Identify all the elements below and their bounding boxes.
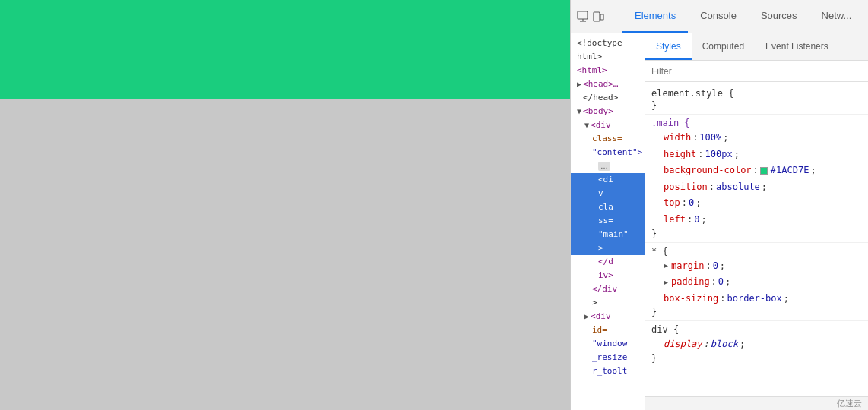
dom-line-html1: html> xyxy=(571,50,645,64)
dom-line-div-close-2: > xyxy=(571,296,645,310)
css-prop-value-box-sizing: border-box xyxy=(727,291,781,308)
devtools-body: <!doctype html> <html> ▶<head>… </head> … xyxy=(571,33,868,410)
css-rules: element.style { } .main { width : 100% ;… xyxy=(645,82,868,396)
css-prop-value-top: 0 xyxy=(689,195,694,212)
css-rule-close-1: } xyxy=(651,100,862,111)
toolbar-tabs: Elements Console Sources Netw... xyxy=(622,0,863,33)
dom-line-id: id= xyxy=(571,323,645,337)
css-prop-value-padding: 0 xyxy=(718,274,724,291)
dom-line-div-main-2[interactable]: v xyxy=(571,187,645,200)
dom-line-body[interactable]: ▼<body> xyxy=(571,105,645,118)
devtools-panel: Elements Console Sources Netw... <!docty… xyxy=(570,0,868,410)
css-rule-element-style: element.style { } xyxy=(645,85,868,115)
tab-sources[interactable]: Sources xyxy=(749,0,809,33)
dom-line-head[interactable]: ▶<head>… xyxy=(571,77,645,91)
dom-line-div-main-1[interactable]: <di xyxy=(571,173,645,187)
subtab-event-listeners[interactable]: Event Listeners xyxy=(755,33,839,60)
css-rule-main: .main { width : 100% ; height : 100px ; xyxy=(645,115,868,243)
css-prop-name-left: left xyxy=(664,212,686,229)
devtools-bottom: 亿速云 xyxy=(645,396,868,410)
css-prop-name-display: display xyxy=(664,336,702,353)
dom-line-class: class= xyxy=(571,132,645,146)
css-prop-name-position: position xyxy=(664,179,708,196)
dom-line-div-main-5[interactable]: "main" xyxy=(571,228,645,241)
filter-input[interactable] xyxy=(651,66,862,77)
preview-pane xyxy=(0,0,570,410)
css-prop-name-bg-color: background-color xyxy=(664,162,752,179)
css-prop-name-padding: padding xyxy=(671,274,710,291)
subtab-styles[interactable]: Styles xyxy=(645,33,692,60)
css-prop-margin: ▶ margin : 0 ; xyxy=(651,258,862,275)
css-selector-element-style: element.style { xyxy=(651,88,862,99)
css-prop-value-height: 100px xyxy=(705,147,733,163)
styles-panel: Styles Computed Event Listeners element.… xyxy=(645,33,868,410)
dom-tree[interactable]: <!doctype html> <html> ▶<head>… </head> … xyxy=(571,33,645,410)
dom-line-class-value: "content"> xyxy=(571,146,645,159)
device-icon[interactable] xyxy=(592,8,604,26)
inspect-icon[interactable] xyxy=(577,8,589,26)
tab-console[interactable]: Console xyxy=(688,0,749,33)
css-prop-width: width : 100% ; xyxy=(651,130,862,147)
css-prop-name-width: width xyxy=(664,130,691,147)
css-selector-div: div { xyxy=(651,324,862,335)
css-prop-display: display : block ; xyxy=(651,336,862,353)
svg-rect-3 xyxy=(594,12,600,21)
css-rule-close-3: } xyxy=(651,307,862,317)
css-prop-name-top: top xyxy=(664,195,680,212)
dom-line-id-value1: "window xyxy=(571,337,645,351)
dom-line-doctype: <!doctype xyxy=(571,36,645,50)
margin-triangle[interactable]: ▶ xyxy=(664,259,668,273)
styles-filter xyxy=(645,61,868,82)
svg-rect-0 xyxy=(578,11,588,19)
dom-line-div-content[interactable]: ▼<div xyxy=(571,118,645,132)
dom-line-div-main-6[interactable]: > xyxy=(571,241,645,255)
css-rule-star: * { ▶ margin : 0 ; ▶ padding : 0 ; xyxy=(645,243,868,322)
css-prop-name-margin: margin xyxy=(671,258,704,275)
css-prop-padding: ▶ padding : 0 ; xyxy=(651,274,862,291)
css-selector-main[interactable]: .main { xyxy=(651,118,862,128)
css-prop-value-display: block xyxy=(711,336,738,353)
dom-line-div-main-4[interactable]: ss= xyxy=(571,214,645,228)
tab-elements[interactable]: Elements xyxy=(622,0,688,33)
dom-line-div-main-close-2: iv> xyxy=(571,269,645,282)
css-prop-background-color: background-color : #1ACD7E ; xyxy=(651,162,862,179)
css-prop-left: left : 0 ; xyxy=(651,212,862,229)
ellipsis-button[interactable]: … xyxy=(598,162,610,171)
svg-rect-4 xyxy=(600,14,603,20)
css-rule-close-2: } xyxy=(651,229,862,239)
devtools-toolbar: Elements Console Sources Netw... xyxy=(571,0,868,33)
dom-line-div-resize[interactable]: ▶<div xyxy=(571,310,645,323)
css-prop-top: top : 0 ; xyxy=(651,195,862,212)
css-prop-box-sizing: box-sizing : border-box ; xyxy=(651,291,862,308)
css-prop-value-bg-color: #1ACD7E xyxy=(771,162,809,179)
css-prop-value-margin: 0 xyxy=(713,258,718,275)
subtab-computed[interactable]: Computed xyxy=(692,33,755,60)
css-prop-value-position: absolute xyxy=(716,179,760,196)
dom-line-id-value3: r_toolt xyxy=(571,364,645,378)
padding-triangle[interactable]: ▶ xyxy=(664,276,668,289)
dom-line-head-close: </head> xyxy=(571,91,645,105)
css-prop-name-box-sizing: box-sizing xyxy=(664,291,718,308)
css-prop-value-left: 0 xyxy=(694,212,699,229)
styles-subtabs: Styles Computed Event Listeners xyxy=(645,33,868,61)
dom-line-div-close-1: </div xyxy=(571,282,645,296)
dom-line-div-main-close-1: </d xyxy=(571,255,645,269)
green-bar xyxy=(0,0,570,99)
css-prop-value-width: 100% xyxy=(699,130,721,147)
dom-line-div-main-3[interactable]: cla xyxy=(571,200,645,214)
css-prop-height: height : 100px ; xyxy=(651,147,862,163)
css-prop-position: position : absolute ; xyxy=(651,179,862,196)
watermark-text: 亿速云 xyxy=(837,398,862,409)
css-selector-star: * { xyxy=(651,246,862,257)
css-prop-name-height: height xyxy=(664,147,696,163)
dom-line-id-value2: _resize xyxy=(571,351,645,364)
color-swatch[interactable] xyxy=(760,167,768,175)
dom-line-ellipsis[interactable]: … xyxy=(571,159,645,173)
css-rule-close-4: } xyxy=(651,353,862,364)
css-rule-div: div { display : block ; } xyxy=(645,321,868,367)
tab-network[interactable]: Netw... xyxy=(809,0,864,33)
dom-line-html2: <html> xyxy=(571,64,645,77)
